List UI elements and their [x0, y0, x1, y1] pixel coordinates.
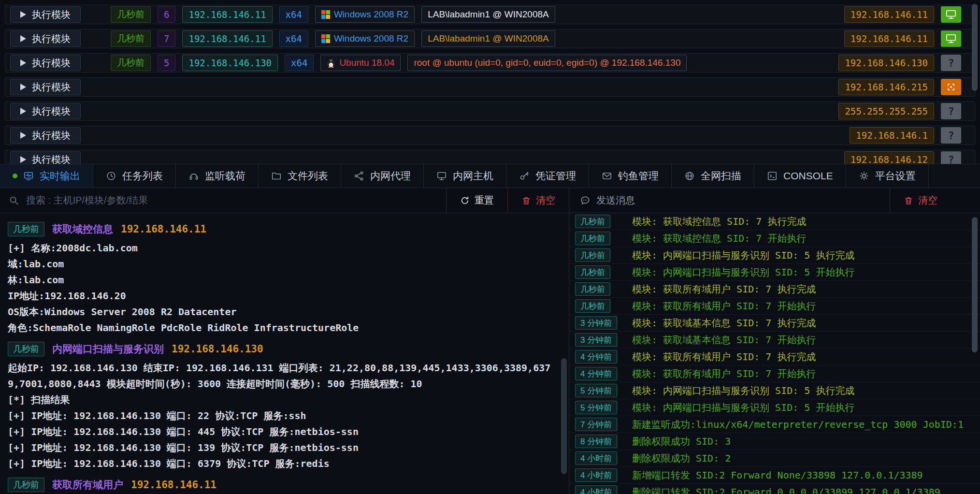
- tab-console[interactable]: CONSOLE: [754, 164, 846, 188]
- tab-listener-payload[interactable]: 监听载荷: [176, 164, 259, 188]
- target-ip-tag: 192.168.146.11: [844, 30, 934, 47]
- message-row: 几秒前 模块: 获取所有域用户 SID: 7 执行完成: [569, 281, 980, 298]
- execute-module-button[interactable]: 执行模块: [10, 127, 81, 144]
- windows-logo-icon: [321, 34, 330, 43]
- tab-realtime-output[interactable]: 实时输出: [0, 164, 93, 188]
- message-time-cell: 5 分钟前: [575, 384, 625, 397]
- message-text: 模块: 内网端口扫描与服务识别 SID: 5 开始执行: [632, 266, 854, 279]
- message-time-cell: 4 小时前: [575, 485, 625, 494]
- tab-platform-settings[interactable]: 平台设置: [846, 164, 929, 188]
- play-icon: [20, 156, 26, 163]
- execute-module-label: 执行模块: [32, 8, 71, 21]
- message-row: 4 小时前 删除权限成功 SID: 2: [569, 450, 980, 467]
- realtime-output-icon: [23, 171, 34, 181]
- search-input[interactable]: [26, 195, 437, 206]
- tab-label: 实时输出: [40, 169, 80, 183]
- tab-network-scan[interactable]: 全网扫描: [672, 164, 754, 188]
- message-text: 模块: 获取所有域用户 SID: 7 执行完成: [632, 350, 816, 363]
- unknown-host-button[interactable]: ?: [941, 55, 961, 71]
- execute-module-button[interactable]: 执行模块: [10, 103, 81, 119]
- c2-platform-window: 执行模块 几秒前 6 192.168.146.11 x64 Windows 20…: [0, 0, 980, 494]
- execute-module-button[interactable]: 执行模块: [10, 6, 81, 23]
- question-mark-icon: ?: [948, 154, 954, 164]
- status-dot: [13, 174, 17, 178]
- toolbar-spacer: [646, 188, 890, 213]
- message-row: 4 小时前 新增端口转发 SID:2 Forward None/33898 12…: [569, 467, 980, 484]
- execute-module-label: 执行模块: [32, 81, 71, 94]
- log-line: [+] 名称:2008dc.lab.com: [8, 240, 569, 256]
- linux-penguin-icon: [327, 58, 335, 68]
- message-row: 5 分钟前 模块: 内网端口扫描与服务识别 SID: 5 开始执行: [569, 399, 980, 416]
- message-text: 模块: 内网端口扫描与服务识别 SID: 5 执行完成: [632, 249, 854, 262]
- session-row: 执行模块 几秒前 6 192.168.146.11 x64 Windows 20…: [5, 5, 975, 24]
- open-session-button[interactable]: [941, 30, 961, 47]
- os-label: Ubuntu 18.04: [339, 58, 394, 68]
- log-line: [+] IP地址: 192.168.146.130 端口: 445 协议:TCP…: [8, 424, 569, 440]
- log-scrollbar[interactable]: [561, 358, 567, 474]
- log-entry-header: 几秒前 获取所有域用户 192.168.146.11: [8, 478, 569, 492]
- message-row: 4 分钟前 模块: 获取所有域用户 SID: 7 开始执行: [569, 365, 980, 382]
- tab-intranet-hosts[interactable]: 内网主机: [424, 164, 506, 188]
- session-list-scrollbar[interactable]: [972, 4, 978, 91]
- scan-target-button[interactable]: [941, 79, 961, 95]
- session-row: 执行模块 255.255.255.255 ?: [5, 102, 975, 121]
- message-time-tag: 5 分钟前: [575, 384, 617, 397]
- message-time-tag: 3 分钟前: [575, 316, 617, 330]
- monitor-icon: [946, 34, 956, 44]
- tab-credentials[interactable]: 凭证管理: [506, 164, 589, 188]
- tab-label: CONSOLE: [783, 170, 833, 182]
- unknown-host-button[interactable]: ?: [941, 103, 961, 119]
- message-row: 几秒前 模块: 获取所有域用户 SID: 7 开始执行: [569, 298, 980, 315]
- message-time-tag: 5 分钟前: [575, 401, 617, 414]
- log-time-tag: 几秒前: [8, 478, 44, 492]
- clear-messages-button[interactable]: 清空: [890, 188, 951, 213]
- message-text: 模块: 内网端口扫描与服务识别 SID: 5 开始执行: [632, 401, 854, 414]
- execute-module-button[interactable]: 执行模块: [10, 151, 81, 164]
- session-row: 执行模块 192.168.146.12 ?: [5, 150, 975, 164]
- message-time-cell: 4 分钟前: [575, 350, 625, 363]
- log-line: [+] IP地址: 192.168.146.130 端口: 6379 协议:TC…: [8, 456, 569, 472]
- message-time-cell: 几秒前: [575, 232, 625, 245]
- clear-output-button[interactable]: 清空: [507, 188, 569, 213]
- play-icon: [20, 84, 26, 90]
- log-entry-header: 几秒前 获取域控信息 192.168.146.11: [8, 222, 569, 236]
- message-time-tag: 3 分钟前: [575, 333, 617, 347]
- tab-intranet-proxy[interactable]: 内网代理: [341, 164, 424, 188]
- session-row: 执行模块 192.168.146.1 ?: [5, 126, 975, 145]
- messages-scrollbar[interactable]: [972, 217, 978, 352]
- target-ip-tag: 192.168.146.130: [838, 55, 934, 71]
- message-text: 模块: 内网端口扫描与服务识别 SID: 5 执行完成: [632, 384, 854, 397]
- tab-phishing[interactable]: 钓鱼管理: [589, 164, 672, 188]
- log-line: OS版本:Windows Server 2008 R2 Datacenter: [8, 304, 569, 320]
- message-row: 5 分钟前 模块: 内网端口扫描与服务识别 SID: 5 执行完成: [569, 382, 980, 399]
- message-row: 4 小时前 删除端口转发 SID:2 Forward 0.0.0.0/33899…: [569, 484, 980, 494]
- last-seen-tag: 几秒前: [111, 6, 151, 23]
- unknown-host-button[interactable]: ?: [941, 127, 961, 144]
- unknown-host-button[interactable]: ?: [941, 151, 961, 164]
- log-target-ip: 192.168.146.11: [121, 223, 206, 235]
- message-time-tag: 4 小时前: [575, 468, 617, 482]
- log-module-name: 获取所有域用户: [52, 478, 123, 492]
- tab-task-list[interactable]: 任务列表: [93, 164, 176, 188]
- log-entry-header: 几秒前 内网端口扫描与服务识别 192.168.146.130: [8, 342, 569, 356]
- execute-module-button[interactable]: 执行模块: [10, 79, 81, 95]
- execute-module-button[interactable]: 执行模块: [10, 30, 81, 47]
- message-time-tag: 几秒前: [575, 299, 610, 313]
- message-text: 模块: 获取所有域用户 SID: 7 开始执行: [632, 300, 816, 313]
- reset-button[interactable]: 重置: [446, 188, 507, 213]
- network-scan-icon: [684, 171, 695, 181]
- message-text: 模块: 获取域基本信息 SID: 7 开始执行: [632, 334, 816, 347]
- reset-label: 重置: [475, 194, 494, 207]
- execute-module-button[interactable]: 执行模块: [10, 55, 81, 71]
- windows-logo-icon: [321, 10, 330, 19]
- execute-module-label: 执行模块: [32, 105, 71, 118]
- refresh-icon: [460, 196, 470, 205]
- open-session-button[interactable]: [941, 6, 961, 23]
- file-list-icon: [271, 171, 282, 181]
- arch-tag: x64: [285, 55, 314, 71]
- tab-file-list[interactable]: 文件列表: [259, 164, 341, 188]
- message-time-cell: 3 分钟前: [575, 333, 625, 347]
- message-row: 3 分钟前 模块: 获取域基本信息 SID: 7 开始执行: [569, 332, 980, 349]
- message-time-tag: 7 分钟前: [575, 418, 617, 431]
- listener-payload-icon: [188, 171, 199, 181]
